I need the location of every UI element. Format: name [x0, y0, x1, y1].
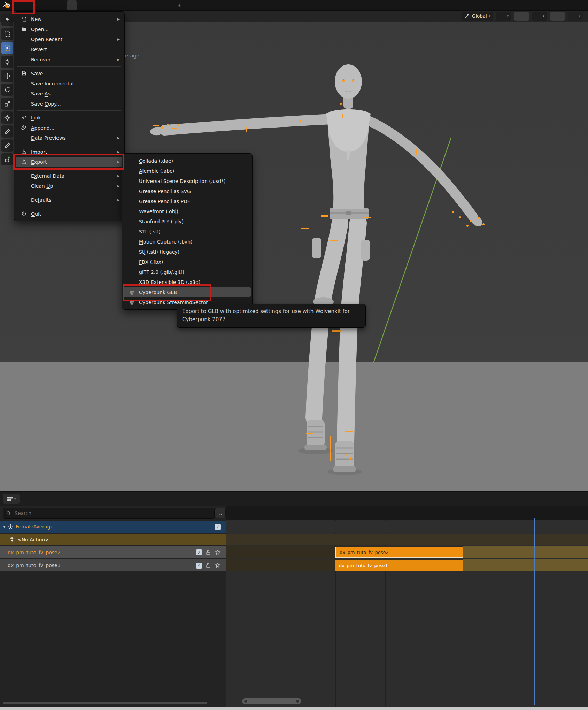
channel-pose2[interactable]: dx_pm_tuto_fv_pose2 ✓ — [0, 546, 226, 558]
menubar-item[interactable] — [32, 0, 41, 10]
transform-orientation-dropdown[interactable]: Global ▾ — [461, 12, 494, 21]
tool-active-icon — [4, 45, 11, 52]
file-menu-item[interactable]: Revert ▶ — [16, 44, 123, 54]
file-menu-item[interactable]: Import ▶ — [16, 147, 123, 157]
playhead[interactable] — [534, 518, 535, 705]
file-menu-item[interactable]: Append... ▶ — [16, 123, 123, 133]
tool-button[interactable] — [1, 14, 13, 26]
workspace-tab[interactable] — [125, 0, 135, 10]
header-control-button[interactable]: ▾ — [550, 12, 565, 21]
file-menu-item[interactable]: Save Incremental ▶ — [16, 78, 123, 88]
tool-button[interactable] — [1, 42, 13, 54]
nla-strip[interactable]: dx_pm_tuto_fv_pose1 — [335, 560, 463, 571]
export-menu-item[interactable]: X3D Extensible 3D (.x3d) — [124, 277, 251, 287]
filter-expand-button[interactable]: ↔ — [215, 508, 226, 518]
export-menu-item[interactable]: glTF 2.0 (.glb/.gltf) — [124, 267, 251, 277]
menubar-item[interactable] — [14, 0, 23, 10]
channel-scrollbar[interactable] — [3, 702, 207, 704]
export-menu-item[interactable]: FBX (.fbx) — [124, 257, 251, 267]
file-menu-item[interactable]: External Data ▶ — [16, 171, 123, 181]
chevron-down-icon: ▾ — [579, 15, 580, 18]
star-icon[interactable] — [215, 562, 221, 569]
export-menu-item[interactable]: Collada (.dae) — [124, 156, 251, 166]
nla-strip[interactable]: dx_pm_tuto_fv_pose2 — [335, 547, 463, 558]
file-menu-item[interactable]: Save ▶ — [16, 68, 123, 78]
lock-open-icon[interactable] — [205, 549, 211, 556]
header-control-button[interactable]: ▾ — [568, 12, 583, 21]
timeline-ruler[interactable] — [226, 506, 588, 521]
workspace-tab[interactable] — [145, 0, 155, 10]
tool-button[interactable] — [1, 98, 13, 110]
menubar-item[interactable] — [50, 0, 59, 10]
nla-menu-item[interactable] — [54, 492, 61, 506]
file-menu-item[interactable]: Data Previews ▶ — [16, 133, 123, 143]
export-menu-item[interactable]: Cyberpunk GLB — [124, 287, 251, 297]
file-menu-item[interactable]: Open Recent ▶ — [16, 34, 123, 44]
channel-no-action[interactable]: <No Action> — [0, 534, 226, 545]
expand-chevron-icon[interactable]: ▾ — [3, 525, 5, 529]
channel-enable-checkbox[interactable]: ✓ — [215, 524, 221, 530]
tool-button[interactable] — [1, 84, 13, 96]
star-icon[interactable] — [215, 549, 221, 556]
nla-menu-item[interactable] — [38, 492, 46, 506]
tool-button[interactable] — [1, 125, 13, 138]
tool-button[interactable] — [1, 111, 13, 124]
file-menu-item[interactable]: Open... ▶ — [16, 24, 123, 34]
file-menu-item[interactable]: Recover ▶ — [16, 54, 123, 64]
nla-menu-item[interactable] — [46, 492, 54, 506]
nla-menu-item[interactable] — [23, 492, 31, 506]
viewport-menu-item[interactable] — [136, 10, 144, 22]
nla-menu-item[interactable] — [31, 492, 38, 506]
file-menu-item[interactable]: Clean Up ▶ — [16, 181, 123, 191]
timeline-scrollbar[interactable] — [242, 698, 301, 704]
file-menu-item[interactable]: Save Copy... ▶ — [16, 99, 123, 109]
export-menu-item[interactable]: Universal Scene Description (.usd*) — [124, 176, 251, 186]
channel-femaleaverage[interactable]: ▾ FemaleAverage ✓ — [0, 521, 226, 533]
workspace-tab[interactable] — [67, 0, 77, 10]
blender-logo-icon[interactable] — [3, 1, 11, 9]
export-menu-item[interactable]: Alembic (.abc) — [124, 166, 251, 176]
header-control-button[interactable]: ▾ — [496, 12, 511, 21]
channel-pose1[interactable]: dx_pm_tuto_fv_pose1 ✓ — [0, 559, 226, 571]
tool-button[interactable] — [1, 70, 13, 82]
file-menu-item[interactable]: Link... ▶ — [16, 113, 123, 123]
workspace-tab[interactable] — [155, 0, 164, 10]
nla-menus — [23, 492, 69, 506]
file-menu-item[interactable]: New ▶ — [16, 14, 123, 24]
viewport-menu-item[interactable] — [128, 10, 136, 22]
file-menu-item[interactable]: Export ▶ — [16, 157, 123, 167]
track-mute-checkbox[interactable]: ✓ — [196, 549, 202, 555]
file-menu-item[interactable]: Save As... ▶ — [16, 88, 123, 99]
header-control-button[interactable]: ▾ — [514, 12, 529, 21]
export-menu-item[interactable]: Grease Pencil as PDF — [124, 196, 251, 206]
workspace-tab[interactable] — [77, 0, 86, 10]
workspace-tab[interactable] — [96, 0, 106, 10]
workspace-tab[interactable] — [164, 0, 174, 10]
export-menu-item[interactable]: Wavefront (.obj) — [124, 206, 251, 216]
tool-button[interactable] — [1, 28, 13, 40]
editor-type-dropdown[interactable]: ▾ — [3, 494, 20, 504]
nla-editor: ▾ ↔ dx_pm_tuto_fv_pose2 dx_pm_tuto_fv_ — [0, 491, 588, 710]
tool-button[interactable] — [1, 56, 13, 68]
workspace-tab[interactable] — [86, 0, 96, 10]
add-workspace-button[interactable]: + — [174, 0, 184, 10]
file-menu-item[interactable]: Quit ▶ — [16, 209, 123, 219]
workspace-tab[interactable] — [116, 0, 125, 10]
file-menu-item[interactable]: Defaults ▶ — [16, 195, 123, 205]
track-mute-checkbox[interactable]: ✓ — [196, 563, 202, 569]
export-menu-item[interactable]: Grease Pencil as SVG — [124, 186, 251, 196]
tool-button[interactable] — [1, 139, 13, 152]
tool-button[interactable] — [1, 153, 13, 165]
menubar-item[interactable] — [23, 0, 32, 10]
menubar-item[interactable] — [41, 0, 50, 10]
export-menu-item[interactable]: Stanford PLY (.ply) — [124, 216, 251, 226]
workspace-tab[interactable] — [106, 0, 116, 10]
workspace-tab[interactable] — [135, 0, 145, 10]
export-menu-item[interactable]: STL (.stl) — [124, 226, 251, 237]
header-control-button[interactable]: ▾ — [532, 12, 547, 21]
nla-menu-item[interactable] — [61, 492, 69, 506]
export-menu-item[interactable]: Stl (.stl) (legacy) — [124, 247, 251, 257]
export-menu-item[interactable]: Motion Capture (.bvh) — [124, 237, 251, 247]
lock-open-icon[interactable] — [205, 562, 211, 569]
search-input[interactable] — [14, 510, 214, 516]
